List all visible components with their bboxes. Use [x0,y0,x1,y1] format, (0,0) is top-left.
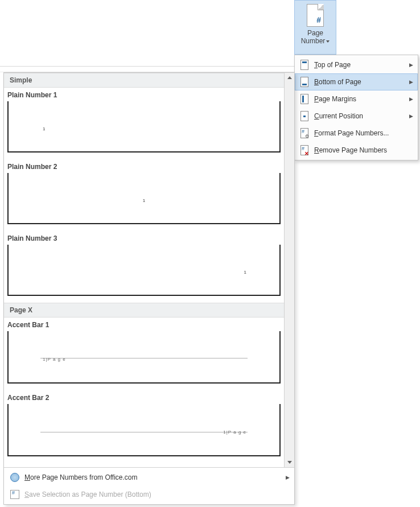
menu-item-label: Remove Page Numbers [311,146,414,154]
menu-item-bottom[interactable]: Bottom of Page▶ [295,73,418,90]
format-icon: ⚙ [300,128,308,138]
gallery-item-pn1[interactable]: Plain Number 11 [4,88,284,159]
menu-item-label: Page Margins [311,95,409,103]
gallery-item-pn2[interactable]: Plain Number 21 [4,159,284,231]
remove-icon: ✕ [300,145,308,155]
gallery-content: SimplePlain Number 11Plain Number 21Plai… [4,73,284,467]
gallery-item-preview: 1 [7,101,281,152]
page-number-label-line1: Page [307,29,323,37]
menu-item-margins[interactable]: Page Margins▶ [295,90,418,108]
gallery-group-header: Page X [4,303,284,318]
save-page-number-icon [10,490,19,499]
top-icon [300,60,308,70]
gallery-item-preview: 1|P a g e [7,404,281,456]
more-page-numbers-item[interactable]: More Page Numbers from Office.com ▶ [4,469,294,486]
current-icon [300,111,308,121]
chevron-down-icon [287,461,292,464]
submenu-arrow-icon: ▶ [409,113,414,119]
gallery-item-pn3[interactable]: Plain Number 31 [4,231,284,303]
page-number-label-line2: Number [301,37,326,45]
gallery-item-preview: 1|P a g e [7,331,281,384]
menu-item-label: Top of Page [311,61,409,69]
page-number-marker: 1 [143,198,145,203]
gallery-item-preview: 1 [7,173,281,224]
gallery-footer: More Page Numbers from Office.com ▶ Save… [4,467,294,504]
gallery-item-title: Plain Number 1 [7,90,281,101]
page-number-marker: 1 [43,126,45,131]
menu-item-label: Format Page Numbers... [311,129,414,137]
gallery-item-title: Accent Bar 2 [7,393,281,404]
submenu-arrow-icon: ▶ [286,475,290,480]
margins-icon [300,94,308,104]
scroll-down-button[interactable] [285,457,294,467]
menu-item-format[interactable]: ⚙Format Page Numbers... [295,125,418,142]
gallery-item-title: Plain Number 2 [7,162,281,173]
page-number-ribbon-button[interactable]: # Page Number [294,0,336,55]
dropdown-caret-icon [326,40,330,43]
page-number-dropdown-menu: Top of Page▶Bottom of Page▶Page Margins▶… [294,55,418,160]
more-page-numbers-label: More Page Numbers from Office.com [21,473,286,481]
submenu-arrow-icon: ▶ [409,62,414,68]
page-number-icon: # [307,4,324,27]
save-selection-item: Save Selection as Page Number (Bottom) [4,486,294,503]
save-selection-label: Save Selection as Page Number (Bottom) [21,490,290,498]
menu-item-current[interactable]: Current Position▶ [295,108,418,125]
menu-item-label: Bottom of Page [311,78,409,86]
menu-item-top[interactable]: Top of Page▶ [295,56,418,73]
page-number-marker: 1 [244,270,246,275]
gallery-item-acc2[interactable]: Accent Bar 21|P a g e [4,390,284,463]
gallery-item-title: Accent Bar 1 [7,320,281,331]
page-number-marker: 1|P a g e [43,357,66,362]
gallery-scrollbar[interactable] [284,73,294,467]
bottom-icon [300,77,308,87]
gallery-item-preview: 1 [7,245,281,296]
gallery-group-header: Simple [4,73,284,88]
chevron-up-icon [287,76,292,79]
menu-item-label: Current Position [311,112,409,120]
page-number-gallery-panel: SimplePlain Number 11Plain Number 21Plai… [3,72,295,505]
submenu-arrow-icon: ▶ [409,96,414,102]
document-edge-decoration [0,63,296,72]
gallery-item-acc1[interactable]: Accent Bar 11|P a g e [4,318,284,390]
page-number-button-label: Page Number [301,29,330,45]
menu-item-remove[interactable]: ✕Remove Page Numbers [295,142,418,159]
submenu-arrow-icon: ▶ [409,79,414,85]
scroll-up-button[interactable] [285,73,294,83]
page-number-marker: 1|P a g e [223,430,246,435]
globe-icon [10,473,19,482]
gallery-item-title: Plain Number 3 [7,233,281,245]
